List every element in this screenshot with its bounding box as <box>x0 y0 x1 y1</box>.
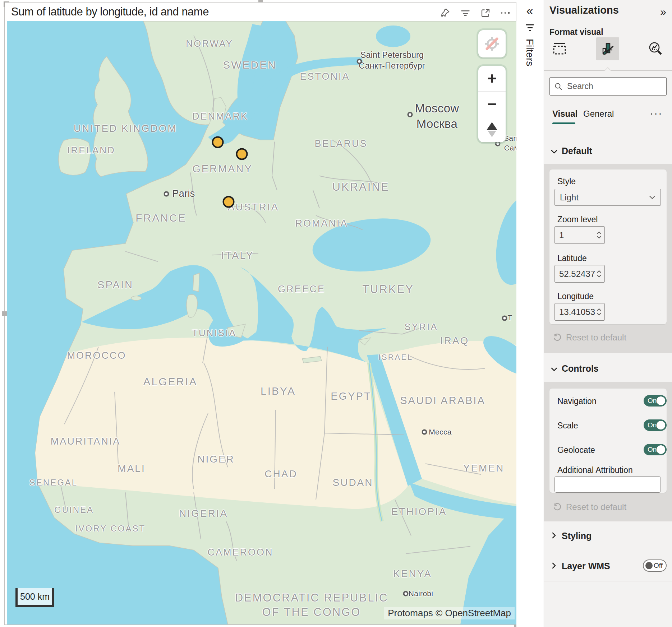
map-country-label: DENMARK <box>192 110 248 123</box>
map-scale: 500 km <box>15 588 54 607</box>
pitch-toggle-button[interactable] <box>478 117 506 142</box>
more-options-icon[interactable] <box>500 8 511 18</box>
toggle-state-label: On <box>648 446 657 454</box>
map-country-label: ETHIOPIA <box>391 505 447 518</box>
map-country-label: ESTONIA <box>300 70 350 83</box>
zoom-level-value: 1 <box>559 230 564 240</box>
city-dot <box>357 59 362 64</box>
zoom-level-input[interactable]: 1 <box>554 226 605 244</box>
map-country-label: AUSTRIA <box>228 201 279 214</box>
expand-filters-icon[interactable]: « <box>526 4 533 18</box>
map-country-label: ALGERIA <box>143 375 197 389</box>
map-country-label: MALI <box>118 462 145 475</box>
scale-label: Scale <box>557 421 578 431</box>
map-data-point-marker[interactable] <box>223 196 235 208</box>
map-country-label: MOROCCO <box>67 349 126 362</box>
map-country-label: ITALY <box>221 249 254 263</box>
collapse-pane-icon[interactable]: » <box>660 6 666 18</box>
geolocate-toggle[interactable]: On <box>644 444 667 455</box>
search-input[interactable] <box>567 82 657 91</box>
map-country-label: SENEGAL <box>29 477 78 488</box>
spinner-arrows[interactable] <box>597 308 602 316</box>
map-country-label: SWEDEN <box>223 58 277 72</box>
power-bi-report-canvas: Sum of latitude by longitude, id and nam… <box>0 0 672 627</box>
selected-tab-caret <box>604 67 611 74</box>
pitch-up-icon <box>487 122 497 130</box>
map-city-label: Nairobi <box>409 589 433 598</box>
reset-to-default-label: Reset to default <box>566 333 626 343</box>
divider <box>544 581 672 581</box>
divider <box>544 550 672 550</box>
format-visual-icon-selected[interactable] <box>596 37 619 60</box>
format-visual-subtitle: Format visual <box>549 27 603 37</box>
analytics-icon[interactable] <box>646 39 666 59</box>
chevron-right-icon[interactable] <box>552 532 556 539</box>
longitude-input[interactable]: 13.41053 <box>554 303 605 321</box>
chevron-right-icon[interactable] <box>552 562 556 569</box>
scale-toggle[interactable]: On <box>644 419 667 431</box>
map-country-label: UKRAINE <box>332 180 390 194</box>
style-label: Style <box>557 177 576 186</box>
layer-wms-toggle[interactable]: Off <box>643 559 667 572</box>
additional-attribution-input[interactable] <box>554 476 661 493</box>
selection-handle-left[interactable] <box>2 311 7 316</box>
map-country-label: NIGERIA <box>179 507 228 520</box>
map-country-label: DEMOCRATIC REPUBLIC OF THE CONGO <box>235 591 388 620</box>
section-controls-header[interactable]: Controls <box>562 363 599 374</box>
spinner-arrows[interactable] <box>597 270 602 278</box>
format-search[interactable] <box>549 77 667 96</box>
tab-visual[interactable]: Visual <box>552 109 577 119</box>
map-country-label: EGYPT <box>331 390 371 403</box>
divider <box>544 521 672 521</box>
section-layer-wms-header[interactable]: Layer WMS <box>562 561 610 571</box>
map-attribution: Protomaps © OpenStreetMap <box>384 607 515 619</box>
section-default-header[interactable]: Default <box>562 146 592 156</box>
map-country-label: NORWAY <box>186 38 233 50</box>
map-country-label: BELARUS <box>314 138 367 150</box>
map-visual-container[interactable]: Sum of latitude by longitude, id and nam… <box>4 2 516 625</box>
map-data-point-marker[interactable] <box>212 136 224 148</box>
filters-pane-title[interactable]: Filters <box>524 39 535 66</box>
map-country-label: GREECE <box>278 283 325 296</box>
focus-mode-icon[interactable] <box>480 8 491 18</box>
chevron-down-icon[interactable] <box>551 149 557 154</box>
filter-icon[interactable] <box>460 8 471 18</box>
visualizations-pane: Visualizations » Format visual <box>544 0 672 627</box>
reset-to-default-button[interactable]: Reset to default <box>553 502 626 512</box>
geolocate-button[interactable] <box>478 30 506 57</box>
filters-icon[interactable] <box>524 23 535 32</box>
spinner-arrows[interactable] <box>597 231 602 239</box>
city-dot <box>408 112 413 117</box>
map[interactable]: NORWAYSWEDENESTONIADENMARKUNITED KINGDOM… <box>7 21 517 624</box>
visual-toolbar <box>440 8 511 18</box>
toggle-state-label: On <box>648 397 657 405</box>
style-dropdown[interactable]: Light <box>554 189 661 206</box>
map-city-label: Paris <box>172 187 195 200</box>
city-dot <box>403 591 409 596</box>
map-data-point-marker[interactable] <box>236 148 248 160</box>
latitude-input[interactable]: 52.52437 <box>554 265 605 283</box>
pin-visual-icon[interactable] <box>440 8 451 18</box>
additional-attribution-label: Additional Attribution <box>557 465 633 475</box>
geolocate-label: Geolocate <box>557 445 595 455</box>
active-tab-underline <box>552 122 575 124</box>
build-visual-icon[interactable] <box>549 39 570 59</box>
tabs-more-options-icon[interactable]: ··· <box>650 107 663 119</box>
map-country-label: IVORY COAST <box>75 523 146 534</box>
section-styling-header[interactable]: Styling <box>562 531 592 541</box>
zoom-in-button[interactable]: + <box>478 66 506 92</box>
reset-icon <box>553 334 561 342</box>
map-country-label: GERMANY <box>192 162 253 176</box>
filters-pane-collapsed: « Filters <box>516 0 543 627</box>
map-scale-label: 500 km <box>20 591 50 602</box>
map-country-label: KENYA <box>393 567 432 580</box>
map-city-label: T <box>507 313 512 322</box>
map-country-label: IRAQ <box>440 334 469 347</box>
map-country-label: SPAIN <box>97 278 133 292</box>
tab-general[interactable]: General <box>583 109 614 119</box>
zoom-out-button[interactable]: − <box>478 92 506 117</box>
map-country-label: FRANCE <box>135 211 186 225</box>
chevron-down-icon[interactable] <box>551 367 557 371</box>
navigation-toggle[interactable]: On <box>644 395 667 407</box>
reset-to-default-button[interactable]: Reset to default <box>553 333 626 343</box>
